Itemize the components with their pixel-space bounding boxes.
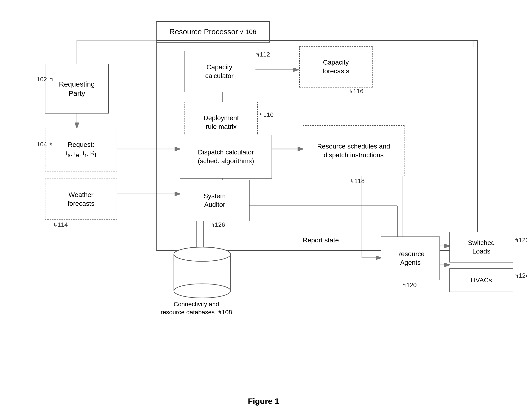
capacity-calculator-box: Capacitycalculator	[185, 51, 254, 92]
resource-agents-ref: ↰120	[402, 281, 417, 289]
system-auditor-ref: ↰126	[210, 221, 225, 228]
svg-point-25	[174, 284, 231, 298]
request-box: Request: ts, te, tr, Rl	[45, 128, 117, 172]
requesting-party-ref: 102 ↰	[37, 76, 54, 83]
report-state-label: Report state	[303, 237, 339, 244]
resource-schedules-box: Resource schedules anddispatch instructi…	[303, 125, 405, 176]
diagram-container: Resource Processor √ 106 Requesting Part…	[19, 10, 506, 388]
resource-agents-box: ResourceAgents	[381, 237, 440, 280]
connectivity-db-label: Connectivity andresource databases ↰108	[149, 300, 244, 316]
weather-forecasts-ref: ↳114	[53, 221, 68, 228]
system-auditor-box: SystemAuditor	[180, 180, 250, 221]
dispatch-calculator-box: Dispatch calculator(sched. algorithms)	[180, 135, 272, 179]
hvacs-ref: ↰124	[515, 272, 527, 279]
request-ref: 104 ↰	[37, 141, 53, 148]
switched-loads-box: SwitchedLoads	[450, 232, 513, 262]
requesting-party-box: Requesting Party	[45, 64, 109, 114]
hvacs-box: HVACs	[450, 269, 513, 292]
db-cylinder-svg	[170, 246, 234, 298]
deployment-rule-matrix-ref: ↰110	[259, 111, 274, 118]
connectivity-db	[170, 246, 234, 298]
resource-schedules-ref: ↳118	[350, 177, 364, 185]
switched-loads-ref: ↰122	[515, 237, 527, 244]
figure-label: Figure 1	[248, 397, 279, 406]
capacity-forecasts-box: Capacityforecasts	[299, 46, 373, 87]
capacity-forecasts-ref: ↳116	[349, 87, 363, 95]
capacity-calculator-ref: ↰112	[255, 51, 270, 58]
resource-processor-box: Resource Processor √ 106	[156, 21, 270, 43]
weather-forecasts-box: Weatherforecasts	[45, 179, 117, 220]
svg-point-26	[174, 247, 231, 261]
